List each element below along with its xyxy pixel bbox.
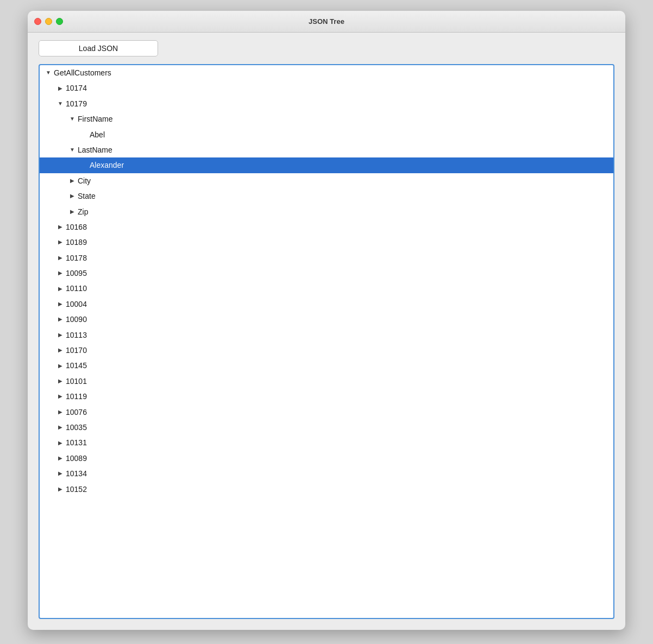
tree-arrow-collapsed-icon	[68, 192, 77, 200]
tree-container: GetAllCustomers1017410179FirstNameAbelLa…	[39, 64, 614, 619]
tree-item[interactable]: City	[40, 173, 613, 188]
tree-item-label: 10145	[65, 359, 87, 371]
tree-item[interactable]: 10134	[40, 466, 613, 481]
tree-item[interactable]: 10152	[40, 482, 613, 497]
tree-arrow-collapsed-icon	[56, 238, 65, 247]
tree-arrow-collapsed-icon	[56, 223, 65, 231]
tree-item[interactable]: 10174	[40, 80, 613, 96]
tree-item-label: 10113	[65, 329, 87, 341]
tree-item[interactable]: Abel	[40, 127, 613, 142]
tree-item[interactable]: 10178	[40, 250, 613, 266]
tree-item-label: 10134	[65, 468, 87, 479]
tree-item-label: Abel	[89, 129, 105, 141]
tree-item-label: Alexander	[89, 159, 124, 171]
tree-item-label: LastName	[77, 144, 112, 156]
tree-arrow-collapsed-icon	[56, 439, 65, 447]
tree-arrow-collapsed-icon	[56, 377, 65, 386]
tree-arrow-collapsed-icon	[56, 362, 65, 370]
tree-item-label: FirstName	[77, 113, 113, 125]
main-window: JSON Tree Load JSON GetAllCustomers10174…	[28, 11, 625, 630]
tree-item[interactable]: Zip	[40, 204, 613, 219]
tree-item[interactable]: 10035	[40, 420, 613, 435]
window-title: JSON Tree	[309, 17, 344, 26]
tree-item[interactable]: Alexander	[40, 157, 613, 173]
tree-item[interactable]: GetAllCustomers	[40, 65, 613, 80]
tree-item-label: State	[77, 190, 96, 202]
tree-item-label: 10076	[65, 406, 87, 418]
tree-item[interactable]: 10170	[40, 343, 613, 358]
titlebar: JSON Tree	[28, 11, 625, 33]
tree-item-label: 10090	[65, 313, 87, 325]
tree-arrow-collapsed-icon	[56, 269, 65, 277]
tree-arrow-collapsed-icon	[56, 84, 65, 93]
tree-item[interactable]: 10076	[40, 405, 613, 420]
tree-arrow-collapsed-icon	[56, 254, 65, 262]
traffic-lights	[34, 18, 63, 25]
tree-arrow-expanded-icon	[56, 99, 65, 108]
tree-item-label: 10004	[65, 298, 87, 310]
tree-item-label: 10170	[65, 344, 87, 356]
tree-arrow-expanded-icon	[68, 146, 77, 154]
tree-item-label: 10110	[65, 282, 87, 294]
tree-arrow-collapsed-icon	[56, 469, 65, 478]
tree-item[interactable]: 10189	[40, 235, 613, 250]
tree-arrow-collapsed-icon	[56, 285, 65, 293]
tree-arrow-collapsed-icon	[56, 423, 65, 432]
tree-item[interactable]: 10179	[40, 96, 613, 111]
tree-arrow-collapsed-icon	[56, 454, 65, 463]
tree-item[interactable]: 10110	[40, 281, 613, 296]
tree-item-label: 10189	[65, 236, 87, 248]
tree-item-label: 10101	[65, 375, 87, 387]
minimize-button[interactable]	[45, 18, 52, 25]
tree-item-label: 10089	[65, 452, 87, 464]
toolbar: Load JSON	[28, 33, 625, 64]
tree-item[interactable]: 10101	[40, 374, 613, 389]
tree-item[interactable]: 10168	[40, 219, 613, 235]
tree-item[interactable]: 10004	[40, 296, 613, 312]
close-button[interactable]	[34, 18, 41, 25]
tree-item-label: 10174	[65, 82, 87, 94]
tree-arrow-collapsed-icon	[56, 315, 65, 324]
tree-item[interactable]: State	[40, 188, 613, 204]
tree-arrow-collapsed-icon	[56, 408, 65, 416]
tree-scroll[interactable]: GetAllCustomers1017410179FirstNameAbelLa…	[40, 65, 613, 618]
load-json-button[interactable]: Load JSON	[39, 40, 158, 56]
tree-item-label: 10131	[65, 437, 87, 449]
tree-item[interactable]: 10095	[40, 266, 613, 281]
tree-item-label: 10179	[65, 98, 87, 110]
tree-arrow-collapsed-icon	[56, 346, 65, 355]
tree-item[interactable]: 10131	[40, 435, 613, 450]
tree-item[interactable]: LastName	[40, 142, 613, 157]
tree-arrow-collapsed-icon	[68, 176, 77, 185]
tree-item[interactable]: FirstName	[40, 111, 613, 127]
tree-item[interactable]: 10089	[40, 451, 613, 466]
tree-item-label: Zip	[77, 206, 88, 218]
tree-item[interactable]: 10145	[40, 358, 613, 373]
tree-arrow-collapsed-icon	[56, 300, 65, 308]
tree-item[interactable]: 10090	[40, 312, 613, 327]
tree-item-label: 10119	[65, 390, 87, 402]
tree-arrow-collapsed-icon	[56, 392, 65, 401]
maximize-button[interactable]	[56, 18, 63, 25]
tree-arrow-collapsed-icon	[56, 331, 65, 339]
tree-arrow-expanded-icon	[68, 115, 77, 123]
tree-arrow-collapsed-icon	[56, 485, 65, 494]
tree-item[interactable]: 10113	[40, 327, 613, 343]
tree-item[interactable]: 10119	[40, 389, 613, 404]
tree-item-label: 10152	[65, 483, 87, 495]
tree-item-label: City	[77, 175, 91, 187]
tree-item-label: GetAllCustomers	[53, 67, 111, 79]
tree-item-label: 10035	[65, 421, 87, 433]
tree-arrow-expanded-icon	[44, 68, 53, 77]
tree-arrow-collapsed-icon	[68, 207, 77, 216]
tree-item-label: 10178	[65, 252, 87, 264]
tree-item-label: 10095	[65, 267, 87, 279]
tree-item-label: 10168	[65, 221, 87, 233]
